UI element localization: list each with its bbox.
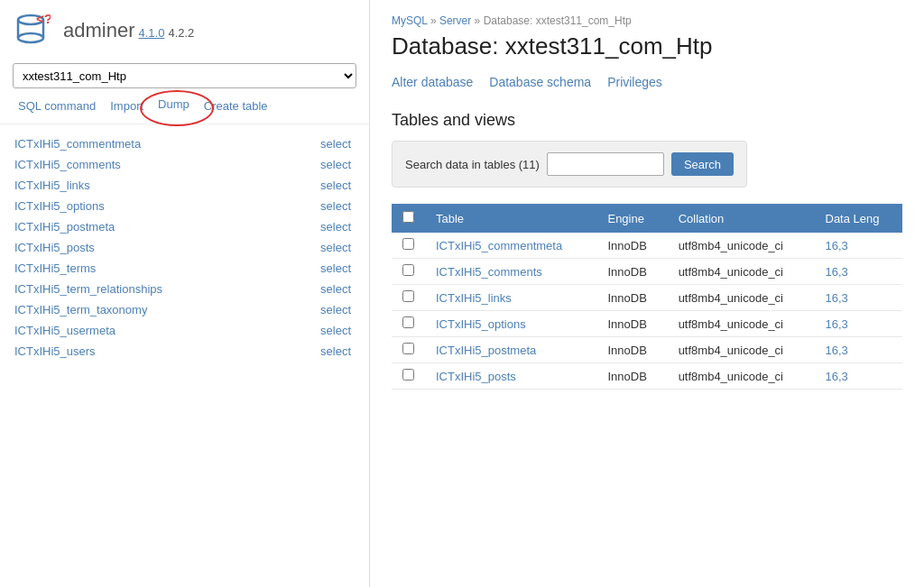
data-table-row: ICTxIHi5_options InnoDB utf8mb4_unicode_… <box>392 311 902 337</box>
table-link[interactable]: ICTxIHi5_options <box>436 317 526 331</box>
logo-version-old[interactable]: 4.1.0 <box>138 26 164 40</box>
table-row: ICTxIHi5_terms select <box>0 258 369 279</box>
dump-link-wrap: Dump <box>152 97 195 115</box>
table-name-link[interactable]: ICTxIHi5_posts <box>14 241 95 254</box>
tables-grid: Table Engine Collation Data Leng ICTxIHi… <box>392 204 902 390</box>
data-length-value: 16,3 <box>826 239 848 252</box>
dump-link[interactable]: Dump <box>152 96 195 113</box>
page-title: Database: xxtest311_com_Htp <box>392 32 902 60</box>
row-engine: InnoDB <box>596 233 667 259</box>
table-name-link[interactable]: ICTxIHi5_term_relationships <box>14 282 162 296</box>
table-row: ICTxIHi5_term_taxonomy select <box>0 299 369 320</box>
search-button[interactable]: Search <box>671 152 734 176</box>
database-select[interactable]: xxtest311_com_Htp <box>13 63 356 88</box>
table-link[interactable]: ICTxIHi5_links <box>436 291 512 305</box>
row-data-length: 16,3 <box>815 337 903 363</box>
database-icon: <? <box>14 11 54 51</box>
table-name-link[interactable]: ICTxIHi5_term_taxonomy <box>14 303 147 316</box>
row-collation: utf8mb4_unicode_ci <box>668 285 815 311</box>
table-name-link[interactable]: ICTxIHi5_postmeta <box>14 220 115 234</box>
breadcrumb-server[interactable]: Server <box>439 14 471 27</box>
search-box: Search data in tables (11) Search <box>392 141 747 188</box>
select-link[interactable]: select <box>320 199 351 213</box>
table-link[interactable]: ICTxIHi5_comments <box>436 265 542 279</box>
breadcrumb-sep1: » <box>430 14 439 27</box>
table-name-link[interactable]: ICTxIHi5_users <box>14 344 96 358</box>
select-link[interactable]: select <box>320 220 351 234</box>
table-link[interactable]: ICTxIHi5_posts <box>436 370 516 383</box>
data-table-row: ICTxIHi5_links InnoDB utf8mb4_unicode_ci… <box>392 285 902 311</box>
table-name-link[interactable]: ICTxIHi5_terms <box>14 261 96 275</box>
row-table-name: ICTxIHi5_postmeta <box>425 337 596 363</box>
select-link[interactable]: select <box>320 282 351 296</box>
select-link[interactable]: select <box>320 261 351 275</box>
action-link-database-schema[interactable]: Database schema <box>489 75 591 89</box>
row-checkbox[interactable] <box>402 343 414 354</box>
sidebar-nav: SQL command Import Dump Create table <box>0 97 369 124</box>
logo-text-area: adminer 4.1.0 4.2.2 <box>63 19 194 42</box>
row-checkbox-cell <box>392 363 425 390</box>
row-data-length: 16,3 <box>815 259 903 285</box>
row-checkbox[interactable] <box>402 290 414 302</box>
data-length-value: 16,3 <box>826 265 848 279</box>
data-table-row: ICTxIHi5_posts InnoDB utf8mb4_unicode_ci… <box>392 363 902 390</box>
table-name-link[interactable]: ICTxIHi5_comments <box>14 158 121 171</box>
select-link[interactable]: select <box>320 324 351 337</box>
select-link[interactable]: select <box>320 158 351 171</box>
table-name-link[interactable]: ICTxIHi5_commentmeta <box>14 137 141 151</box>
row-checkbox[interactable] <box>402 264 414 276</box>
row-data-length: 16,3 <box>815 363 903 390</box>
create-table-link[interactable]: Create table <box>199 97 273 115</box>
sidebar: <? adminer 4.1.0 4.2.2 xxtest311_com_Htp… <box>0 0 370 587</box>
table-row: ICTxIHi5_postmeta select <box>0 216 369 237</box>
row-data-length: 16,3 <box>815 311 903 337</box>
table-name-link[interactable]: ICTxIHi5_usermeta <box>14 324 116 337</box>
row-table-name: ICTxIHi5_links <box>425 285 596 311</box>
section-title: Tables and views <box>392 111 902 130</box>
action-link-alter-database[interactable]: Alter database <box>392 75 473 89</box>
table-name-link[interactable]: ICTxIHi5_options <box>14 199 105 213</box>
data-length-value: 16,3 <box>826 344 848 357</box>
select-link[interactable]: select <box>320 137 351 151</box>
svg-text:<?: <? <box>36 11 51 26</box>
row-checkbox-cell <box>392 311 425 337</box>
select-link[interactable]: select <box>320 303 351 316</box>
row-engine: InnoDB <box>596 363 667 390</box>
col-data-length[interactable]: Data Leng <box>815 204 903 233</box>
data-table-row: ICTxIHi5_commentmeta InnoDB utf8mb4_unic… <box>392 233 902 259</box>
sql-command-link[interactable]: SQL command <box>13 97 101 115</box>
table-row: ICTxIHi5_usermeta select <box>0 320 369 341</box>
import-link[interactable]: Import <box>105 97 149 115</box>
select-link[interactable]: select <box>320 179 351 192</box>
row-checkbox[interactable] <box>402 369 414 381</box>
col-table[interactable]: Table <box>425 204 596 233</box>
table-name-link[interactable]: ICTxIHi5_links <box>14 179 90 192</box>
table-row: ICTxIHi5_comments select <box>0 154 369 175</box>
table-link[interactable]: ICTxIHi5_postmeta <box>436 344 536 357</box>
data-table-row: ICTxIHi5_comments InnoDB utf8mb4_unicode… <box>392 259 902 285</box>
breadcrumb-mysql[interactable]: MySQL <box>392 14 428 27</box>
search-input[interactable] <box>547 152 664 176</box>
row-checkbox[interactable] <box>402 316 414 328</box>
row-checkbox[interactable] <box>402 238 414 250</box>
select-all-checkbox[interactable] <box>402 211 414 223</box>
action-link-privileges[interactable]: Privileges <box>607 75 662 89</box>
select-link[interactable]: select <box>320 241 351 254</box>
row-table-name: ICTxIHi5_posts <box>425 363 596 390</box>
select-link[interactable]: select <box>320 344 351 358</box>
logo-area: <? adminer 4.1.0 4.2.2 <box>0 11 369 63</box>
row-engine: InnoDB <box>596 259 667 285</box>
db-select-row: xxtest311_com_Htp <box>0 63 369 97</box>
row-collation: utf8mb4_unicode_ci <box>668 259 815 285</box>
col-collation[interactable]: Collation <box>668 204 815 233</box>
logo-name: adminer <box>63 19 134 42</box>
data-length-value: 16,3 <box>826 317 848 331</box>
table-row: ICTxIHi5_commentmeta select <box>0 133 369 154</box>
logo-version-new: 4.2.2 <box>168 26 194 40</box>
col-engine[interactable]: Engine <box>596 204 667 233</box>
table-link[interactable]: ICTxIHi5_commentmeta <box>436 239 562 252</box>
row-table-name: ICTxIHi5_commentmeta <box>425 233 596 259</box>
data-length-value: 16,3 <box>826 291 848 305</box>
row-collation: utf8mb4_unicode_ci <box>668 337 815 363</box>
logo-icon: <? <box>14 11 54 50</box>
